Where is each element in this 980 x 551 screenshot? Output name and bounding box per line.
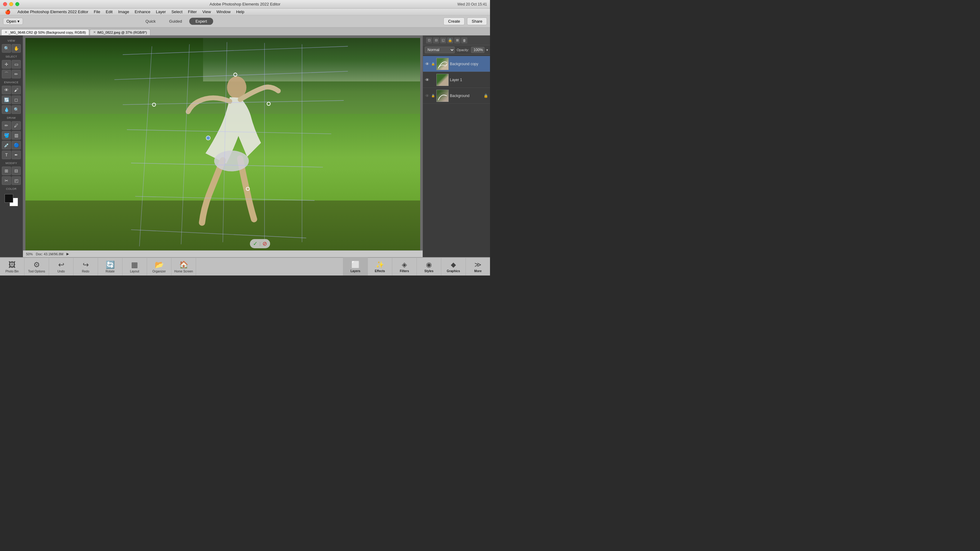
text-tool[interactable]: T — [2, 151, 11, 159]
confirm-cancel-button[interactable]: ⊘ — [262, 240, 267, 247]
doc-tab-close-0[interactable]: ✕ — [5, 30, 7, 34]
create-button[interactable]: Create — [444, 17, 465, 25]
menu-item-window[interactable]: Window — [214, 9, 233, 15]
open-button[interactable]: Open ▾ — [3, 18, 23, 25]
menu-item-enhance[interactable]: Enhance — [132, 9, 153, 15]
panel-icon-delete[interactable]: 🗑 — [461, 37, 467, 43]
panel-icon-2[interactable]: ⊟ — [433, 37, 439, 43]
menu-item-app[interactable]: Adobe Photoshop Elements 2022 Editor — [15, 9, 91, 15]
zoom-tool[interactable]: 🔍 — [2, 44, 11, 52]
menu-item-view[interactable]: View — [200, 9, 213, 15]
eraser-tool[interactable]: ◻ — [12, 95, 21, 104]
doc-tab-close-1[interactable]: ✕ — [93, 30, 96, 34]
pen-tool[interactable]: ✒ — [12, 151, 21, 159]
menu-item-edit[interactable]: Edit — [103, 9, 115, 15]
layer-eye-layer1[interactable]: 👁 — [425, 78, 430, 83]
menu-item-image[interactable]: Image — [116, 9, 132, 15]
layer-lock-background-copy[interactable]: 🔒 — [431, 62, 435, 65]
rotate-label: Rotate — [106, 270, 115, 273]
bottom-btn-organizer[interactable]: 📂 Organizer — [147, 257, 172, 275]
bottom-btn-styles[interactable]: ◉ Styles — [417, 257, 441, 275]
layer-lock-background[interactable]: 🔒 — [431, 94, 435, 97]
tab-expert[interactable]: Expert — [189, 18, 213, 25]
tab-guided[interactable]: Guided — [163, 18, 188, 25]
bottom-btn-rotate[interactable]: 🔄 Rotate — [98, 257, 123, 275]
organizer-icon: 📂 — [155, 260, 164, 269]
bottom-btn-redo[interactable]: ↪ Redo — [73, 257, 98, 275]
menu-item-layer[interactable]: Layer — [153, 9, 169, 15]
bottom-btn-photo-bin[interactable]: 🖼 Photo Bin — [0, 257, 24, 275]
gradient-tool[interactable]: ▥ — [12, 131, 21, 140]
impressionist-tool[interactable]: 🖊 — [12, 121, 21, 130]
panel-icon-1[interactable]: ⊡ — [426, 37, 432, 43]
close-button[interactable] — [3, 2, 7, 6]
draw-tools-3: 💉 🔵 — [1, 141, 21, 149]
svg-point-14 — [234, 73, 237, 76]
smart-brush-tool[interactable]: 🖌 — [12, 86, 21, 94]
layer-item-background[interactable]: 👁 🔒 Background 🔒 — [423, 88, 490, 104]
color-swap-tool[interactable]: 🔵 — [12, 141, 21, 149]
layer-thumb-background-copy — [436, 58, 449, 70]
panel-icon-3[interactable]: ◱ — [440, 37, 446, 43]
lasso-tool[interactable]: ⌒ — [2, 70, 11, 78]
menu-item-file[interactable]: File — [91, 9, 103, 15]
paint-bucket-tool[interactable]: 🪣 — [2, 131, 11, 140]
photo-bin-label: Photo Bin — [5, 270, 19, 273]
rotate-icon: 🔄 — [106, 260, 115, 269]
bottom-btn-home-screen[interactable]: 🏠 Home Screen — [172, 257, 196, 275]
layer-eye-background[interactable]: 👁 — [425, 94, 430, 98]
blend-mode-select[interactable]: Normal — [425, 46, 455, 53]
marquee-tool[interactable]: ▭ — [12, 60, 21, 68]
tab-quick[interactable]: Quick — [139, 18, 162, 25]
effects-icon: ✨ — [376, 261, 384, 269]
move-tool[interactable]: ✛ — [2, 60, 11, 68]
expand-arrow[interactable]: ▶ — [67, 252, 69, 256]
undo-label: Undo — [57, 270, 65, 273]
clone-stamp-tool[interactable]: 🔃 — [2, 95, 11, 104]
bottom-btn-tool-options[interactable]: ⚙ Tool Options — [24, 257, 49, 275]
canvas-area[interactable]: ✓ : ⊘ 50% Doc: 43.1M/96.8M ▶ — [23, 35, 423, 257]
bottom-btn-undo[interactable]: ↩ Undo — [49, 257, 73, 275]
filters-label: Filters — [400, 269, 409, 273]
bottom-btn-filters[interactable]: ◈ Filters — [392, 257, 417, 275]
bottom-btn-more[interactable]: ≫ More — [466, 257, 490, 275]
crop-tool[interactable]: ✂ — [2, 176, 11, 185]
eyedropper-tool[interactable]: 💉 — [2, 141, 11, 149]
eye-tool[interactable]: 👁 — [2, 86, 11, 94]
bottom-btn-layout[interactable]: ▦ Layout — [123, 257, 147, 275]
quick-select-tool[interactable]: ✏ — [12, 70, 21, 78]
panel-icon-5[interactable]: ⊠ — [454, 37, 460, 43]
share-button[interactable]: Share — [467, 17, 487, 25]
opacity-dropdown-icon[interactable]: ▾ — [486, 48, 488, 52]
color-swatches[interactable] — [5, 194, 18, 206]
hand-tool[interactable]: ✋ — [12, 44, 21, 52]
bottom-btn-layers[interactable]: ⬜ Layers — [343, 257, 368, 275]
confirm-check-button[interactable]: ✓ — [253, 240, 258, 247]
blur-tool[interactable]: 💧 — [2, 105, 11, 114]
layer-item-background-copy[interactable]: 👁 🔒 Background copy — [423, 56, 490, 72]
bottom-btn-graphics[interactable]: ◆ Graphics — [441, 257, 466, 275]
menu-item-help[interactable]: Help — [234, 9, 247, 15]
panel-icon-4[interactable]: 🔒 — [447, 37, 453, 43]
opacity-value[interactable]: 100% — [471, 47, 485, 53]
doc-tab-0[interactable]: ✕ _MG_9648.CR2 @ 50% (Background copy, R… — [1, 29, 89, 35]
apple-menu[interactable]: 🍎 — [2, 9, 13, 15]
maximize-button[interactable] — [15, 2, 19, 6]
color-section-label: COLOR — [1, 187, 21, 191]
layout-label: Layout — [130, 270, 139, 273]
zoom-enhance-tool[interactable]: 🔍 — [12, 105, 21, 114]
select-section-label: SELECT — [1, 55, 21, 58]
menu-item-select[interactable]: Select — [169, 9, 185, 15]
brush-tool[interactable]: ✏ — [2, 121, 11, 130]
bottom-btn-effects[interactable]: ✨ Effects — [368, 257, 392, 275]
minimize-button[interactable] — [9, 2, 13, 6]
transform-tool[interactable]: ⊞ — [2, 167, 11, 175]
distort-tool[interactable]: ⊟ — [12, 167, 21, 175]
foreground-color[interactable] — [5, 194, 13, 203]
recompose-tool[interactable]: ◰ — [12, 176, 21, 185]
doc-tab-1[interactable]: ✕ IMG_0822.jpeg @ 37% (RGB/8*) — [90, 29, 150, 35]
layer-eye-background-copy[interactable]: 👁 — [425, 62, 430, 67]
layer-item-layer1[interactable]: 👁 🔒 Layer 1 — [423, 72, 490, 88]
menu-item-filter[interactable]: Filter — [186, 9, 199, 15]
view-tools: 🔍 ✋ — [1, 44, 21, 52]
